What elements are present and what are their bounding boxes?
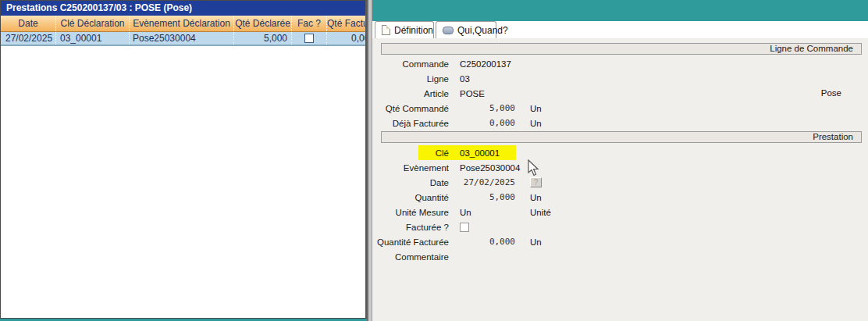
unite-mesure-description: Unité	[530, 208, 551, 217]
field-quantite: Quantité 5,000 Un	[372, 190, 868, 205]
cell-cle-declaration: 03_00001	[55, 32, 129, 45]
tab-definition-label: Définition	[394, 25, 433, 36]
tab-qui-quand-label: Qui,Quand?	[457, 25, 508, 36]
tab-qui-quand[interactable]: Qui,Quand?	[436, 21, 496, 38]
commande-label: Commande	[372, 59, 449, 69]
date-value[interactable]: 27/02/2025	[460, 177, 515, 187]
column-header-evenement-declaration[interactable]: Evènement Déclaration	[129, 16, 233, 31]
app-background: Prestations C250200137/03 : POSE (Pose) …	[0, 0, 868, 321]
field-facturee: Facturée ?	[372, 219, 868, 234]
column-header-cle-declaration[interactable]: Clé Déclaration	[55, 16, 129, 31]
prestations-window: Prestations C250200137/03 : POSE (Pose) …	[0, 0, 367, 319]
section-header-ligne-de-commande: Ligne de Commande	[381, 43, 862, 55]
column-header-qte-declaree[interactable]: Qté Déclarée	[233, 16, 291, 31]
field-evenement: Evènement Pose25030004	[372, 160, 868, 175]
cell-date: 27/02/2025	[1, 32, 55, 45]
unite-mesure-label: Unité Mesure	[372, 208, 449, 217]
table-row[interactable]: 27/02/2025 03_00001 Pose25030004 5,000 0…	[1, 32, 365, 46]
clock-icon	[443, 27, 454, 34]
definition-form: Ligne de Commande Commande C250200137 Li…	[372, 38, 868, 321]
facturee-checkbox[interactable]	[460, 223, 469, 232]
field-quantite-facturee: Quantité Facturée 0,000 Un	[372, 234, 868, 249]
quantite-facturee-label: Quantité Facturée	[372, 237, 449, 247]
fac-checkbox[interactable]	[304, 34, 314, 43]
cell-qte-facturee: 0,000	[326, 32, 367, 45]
tab-definition[interactable]: Définition	[375, 21, 434, 38]
quantite-facturee-value[interactable]: 0,000	[460, 237, 515, 247]
detail-panel: Définition Qui,Quand? Ligne de Commande …	[372, 0, 868, 321]
grid-header: Date Clé Déclaration Evènement Déclarati…	[1, 16, 365, 32]
field-commande: Commande C250200137	[372, 56, 868, 71]
ligne-value[interactable]: 03	[460, 74, 470, 84]
facturee-label: Facturée ?	[372, 223, 449, 232]
window-title: Prestations C250200137/03 : POSE (Pose)	[1, 1, 365, 16]
quantite-value[interactable]: 5,000	[460, 192, 515, 202]
cle-value[interactable]: 03_00001	[460, 148, 500, 158]
deja-facturee-value[interactable]: 0,000	[460, 118, 515, 128]
panel-splitter[interactable]	[367, 0, 372, 321]
unite-mesure-value[interactable]: Un	[460, 208, 515, 217]
field-unite-mesure: Unité Mesure Un Unité	[372, 205, 868, 219]
deja-facturee-label: Déjà Facturée	[372, 119, 449, 128]
arrow-cursor	[528, 159, 540, 177]
field-commentaire: Commentaire	[372, 249, 868, 264]
quantite-label: Quantité	[372, 193, 449, 202]
quantite-unit: Un	[530, 193, 542, 202]
field-article: Article POSE Pose	[372, 86, 868, 101]
article-description: Pose	[821, 86, 841, 101]
date-picker-button[interactable]: ?	[530, 177, 542, 187]
article-value[interactable]: POSE	[460, 89, 485, 98]
qte-commande-unit: Un	[530, 104, 542, 113]
quantite-facturee-unit: Un	[530, 237, 542, 247]
commentaire-label: Commentaire	[372, 252, 449, 262]
date-label: Date	[372, 178, 449, 187]
evenement-label: Evènement	[372, 163, 449, 173]
deja-facturee-unit: Un	[530, 119, 542, 128]
commande-value[interactable]: C250200137	[460, 59, 511, 69]
field-deja-facturee: Déjà Facturée 0,000 Un	[372, 116, 868, 130]
column-header-qte-facturee[interactable]: Qté Facturée	[326, 16, 367, 31]
cell-evenement-declaration: Pose25030004	[129, 32, 233, 45]
article-label: Article	[372, 89, 449, 98]
ligne-label: Ligne	[372, 74, 449, 84]
tab-strip: Définition Qui,Quand?	[372, 21, 868, 38]
cle-label: Clé	[372, 148, 449, 158]
section-header-prestation: Prestation	[381, 131, 862, 143]
qte-commande-label: Qté Commandé	[372, 104, 449, 113]
column-header-fac[interactable]: Fac ?	[291, 16, 326, 31]
field-ligne: Ligne 03	[372, 71, 868, 86]
cell-qte-declaree: 5,000	[233, 32, 291, 45]
document-icon	[382, 25, 390, 35]
column-header-date[interactable]: Date	[1, 16, 55, 31]
qte-commande-value[interactable]: 5,000	[460, 103, 515, 113]
field-qte-commande: Qté Commandé 5,000 Un	[372, 101, 868, 116]
evenement-value[interactable]: Pose25030004	[460, 163, 520, 173]
cell-fac	[291, 32, 326, 45]
field-cle: Clé 03_00001	[372, 145, 868, 160]
field-date: Date 27/02/2025 ?	[372, 175, 868, 190]
